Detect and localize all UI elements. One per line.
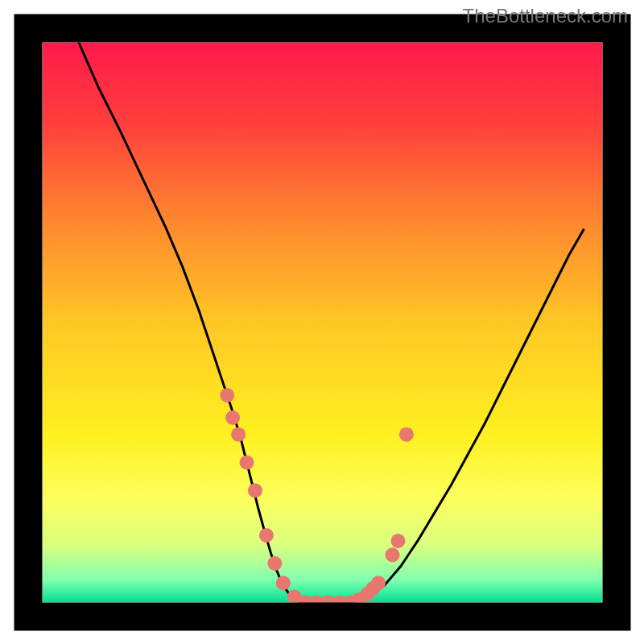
curve-marker <box>240 456 254 470</box>
curve-marker <box>259 528 274 543</box>
curve-marker <box>231 427 246 442</box>
watermark-text: TheBottleneck.com <box>463 5 628 27</box>
curve-marker <box>399 427 414 442</box>
chart-canvas <box>0 0 644 644</box>
curve-marker <box>386 547 400 562</box>
curve-marker <box>276 576 291 590</box>
curve-marker <box>267 556 282 571</box>
curve-marker <box>390 534 405 548</box>
gradient-background <box>43 43 603 603</box>
curve-marker <box>225 411 240 425</box>
curve-marker <box>220 388 234 402</box>
curve-marker <box>248 483 262 497</box>
bottleneck-chart: TheBottleneck.com <box>0 0 644 644</box>
curve-marker <box>371 576 386 590</box>
